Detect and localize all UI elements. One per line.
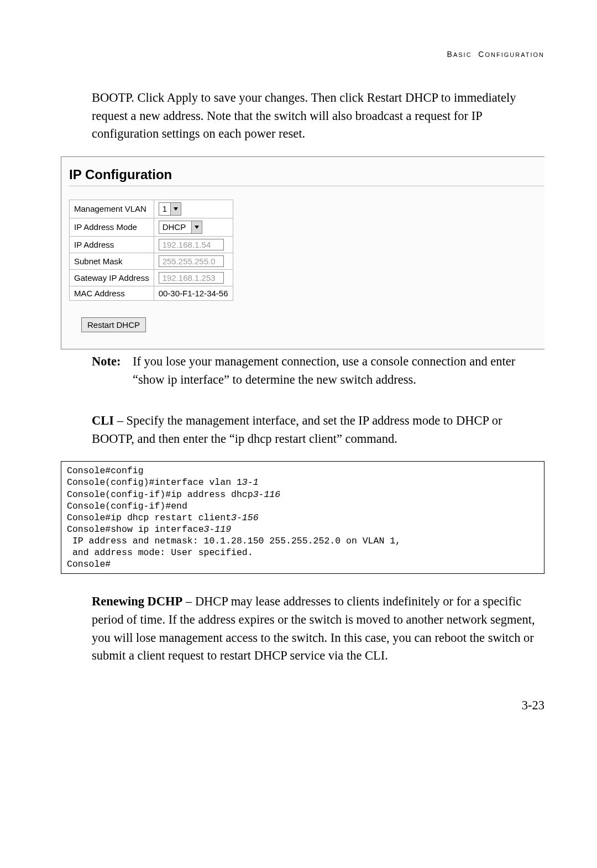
renewing-dhcp-label: Renewing DCHP (92, 594, 182, 608)
cli-line: Console(config-if)#ip address dhcp (67, 489, 253, 500)
cli-intro-paragraph: CLI – Specify the management interface, … (92, 412, 544, 448)
cli-line: IP address and netmask: 10.1.28.150 255.… (67, 536, 401, 546)
cli-line: Console# (67, 559, 111, 569)
cli-line: Console#show ip interface (67, 524, 204, 535)
table-row: Subnet Mask 255.255.255.0 (70, 253, 233, 269)
cli-line: Console(config-if)#end (67, 501, 187, 511)
cli-line: Console#ip dhcp restart client (67, 513, 231, 523)
ip-mode-select[interactable]: DHCP (159, 221, 202, 234)
cli-intro-text: – Specify the management interface, and … (92, 414, 502, 446)
note-block: Note: If you lose your management connec… (92, 353, 544, 389)
mgmt-vlan-select[interactable]: 1 (159, 202, 181, 216)
note-text: If you lose your management connection, … (133, 353, 544, 389)
mac-address-label: MAC Address (70, 286, 154, 300)
renewing-dhcp-paragraph: Renewing DCHP – DHCP may lease addresses… (92, 593, 544, 665)
cli-example-box: Console#config Console(config)#interface… (61, 461, 544, 574)
subnet-mask-label: Subnet Mask (70, 253, 154, 269)
page-header: BASIC CONFIGURATION (61, 50, 544, 59)
mac-address-value: 00-30-F1-12-34-56 (159, 289, 228, 298)
ip-config-panel: IP Configuration Management VLAN 1 IP Ad… (61, 156, 544, 349)
cli-ref: 3-156 (231, 513, 259, 523)
restart-dhcp-button[interactable]: Restart DHCP (81, 317, 146, 332)
cli-line: and address mode: User specified. (67, 547, 253, 558)
page-number: 3-23 (61, 698, 544, 713)
table-row: Gateway IP Address 192.168.1.253 (70, 269, 233, 286)
table-row: Management VLAN 1 (70, 200, 233, 218)
svg-marker-0 (174, 207, 178, 211)
ip-address-input[interactable]: 192.168.1.54 (159, 239, 224, 250)
ip-config-table: Management VLAN 1 IP Address Mode DHCP (69, 200, 233, 301)
cli-ref: 3-119 (204, 524, 232, 535)
cli-line: Console(config)#interface vlan 1 (67, 477, 242, 488)
cli-label: CLI (92, 414, 114, 427)
ip-address-label: IP Address (70, 236, 154, 253)
chevron-down-icon (191, 221, 202, 233)
panel-divider (69, 186, 544, 186)
gateway-input[interactable]: 192.168.1.253 (159, 272, 224, 284)
table-row: MAC Address 00-30-F1-12-34-56 (70, 286, 233, 300)
svg-marker-1 (195, 226, 199, 229)
gateway-label: Gateway IP Address (70, 269, 154, 286)
chevron-down-icon (170, 203, 181, 215)
cli-ref: 3-1 (242, 477, 259, 488)
table-row: IP Address 192.168.1.54 (70, 236, 233, 253)
mgmt-vlan-value: 1 (159, 204, 170, 213)
note-label: Note: (92, 353, 133, 389)
mgmt-vlan-label: Management VLAN (70, 200, 154, 218)
cli-ref: 3-116 (253, 489, 281, 500)
ip-mode-label: IP Address Mode (70, 218, 154, 236)
panel-title: IP Configuration (69, 167, 544, 182)
intro-paragraph: BOOTP. Click Apply to save your changes.… (92, 89, 544, 143)
table-row: IP Address Mode DHCP (70, 218, 233, 236)
ip-mode-value: DHCP (159, 222, 191, 232)
subnet-mask-input[interactable]: 255.255.255.0 (159, 255, 224, 267)
cli-line: Console#config (67, 466, 144, 476)
